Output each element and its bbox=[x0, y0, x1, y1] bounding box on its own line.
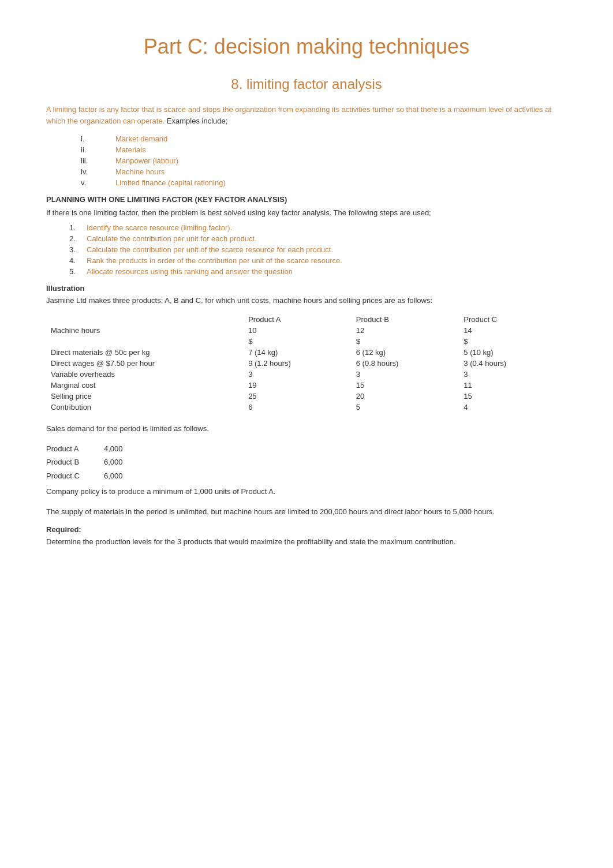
step-item: 4.Rank the products in order of the cont… bbox=[69, 256, 567, 265]
step-item: 3.Calculate the contribution per unit of… bbox=[69, 245, 567, 254]
table-cell: 3 (0.4 hours) bbox=[459, 358, 567, 369]
required-text: Determine the production levels for the … bbox=[46, 536, 567, 548]
table-cell: 5 bbox=[352, 402, 459, 413]
table-cell: 4 bbox=[459, 402, 567, 413]
example-item: ii.Materials bbox=[81, 145, 567, 154]
example-item: iv.Machine hours bbox=[81, 167, 567, 176]
table-row: Direct materials @ 50c per kg7 (14 kg)6 … bbox=[46, 347, 567, 358]
example-label: Market demand bbox=[115, 134, 167, 143]
table-row: Machine hours101214 bbox=[46, 325, 567, 336]
supply-text: The supply of materials in the period is… bbox=[46, 506, 567, 518]
illustration-label: Illustration bbox=[46, 284, 567, 293]
table-cell: Machine hours bbox=[46, 325, 244, 336]
example-num: iv. bbox=[81, 167, 115, 176]
table-cell: 15 bbox=[352, 380, 459, 391]
table-row: Variable overheads333 bbox=[46, 369, 567, 380]
table-row: Marginal cost191511 bbox=[46, 380, 567, 391]
table-cell: $ bbox=[244, 336, 352, 347]
sales-demand-value: 6,000 bbox=[104, 455, 150, 469]
example-num: ii. bbox=[81, 145, 115, 154]
example-item: iii.Manpower (labour) bbox=[81, 156, 567, 165]
step-num: 5. bbox=[69, 267, 87, 276]
sales-demand-section: Product A4,000Product B6,000Product C6,0… bbox=[46, 442, 567, 499]
table-cell: Variable overheads bbox=[46, 369, 244, 380]
table-row: Selling price252015 bbox=[46, 391, 567, 402]
step-item: 2.Calculate the contribution per unit fo… bbox=[69, 234, 567, 243]
sales-demand-intro: Sales demand for the period is limited a… bbox=[46, 423, 567, 435]
illustration-text: Jasmine Ltd makes three products; A, B a… bbox=[46, 295, 567, 306]
step-num: 2. bbox=[69, 234, 87, 243]
sales-demand-value: 6,000 bbox=[104, 469, 150, 482]
section-title: 8. limiting factor analysis bbox=[46, 76, 567, 92]
example-item: v.Limited finance (capital rationing) bbox=[81, 178, 567, 187]
step-label: Rank the products in order of the contri… bbox=[87, 256, 342, 265]
table-cell: 9 (1.2 hours) bbox=[244, 358, 352, 369]
table-cell: 6 (12 kg) bbox=[352, 347, 459, 358]
example-item: i.Market demand bbox=[81, 134, 567, 143]
table-cell: $ bbox=[352, 336, 459, 347]
table-cell: Contribution bbox=[46, 402, 244, 413]
example-num: i. bbox=[81, 134, 115, 143]
step-label: Calculate the contribution per unit of t… bbox=[87, 245, 333, 254]
intro-paragraph: A limiting factor is any factor that is … bbox=[46, 104, 567, 126]
table-cell: 11 bbox=[459, 380, 567, 391]
table-header-cell: Product B bbox=[352, 314, 459, 325]
sales-demand-value: 4,000 bbox=[104, 442, 150, 455]
step-label: Identify the scarce resource (limiting f… bbox=[87, 223, 232, 232]
steps-list: 1.Identify the scarce resource (limiting… bbox=[69, 223, 567, 276]
step-num: 4. bbox=[69, 256, 87, 265]
product-table: Product AProduct BProduct CMachine hours… bbox=[46, 314, 567, 413]
example-label: Materials bbox=[115, 145, 146, 154]
table-cell: 3 bbox=[244, 369, 352, 380]
step-num: 1. bbox=[69, 223, 87, 232]
step-item: 1.Identify the scarce resource (limiting… bbox=[69, 223, 567, 232]
table-header-cell: Product A bbox=[244, 314, 352, 325]
example-label: Limited finance (capital rationing) bbox=[115, 178, 226, 187]
required-label: Required: bbox=[46, 525, 567, 534]
table-cell: 5 (10 kg) bbox=[459, 347, 567, 358]
table-cell: 15 bbox=[459, 391, 567, 402]
examples-list: i.Market demandii.Materialsiii.Manpower … bbox=[81, 134, 567, 187]
example-label: Manpower (labour) bbox=[115, 156, 178, 165]
sales-demand-product: Product A bbox=[46, 442, 104, 455]
table-cell: Direct wages @ $7.50 per hour bbox=[46, 358, 244, 369]
example-label: Machine hours bbox=[115, 167, 165, 176]
table-row: Contribution654 bbox=[46, 402, 567, 413]
step-label: Allocate resources using this ranking an… bbox=[87, 267, 293, 276]
example-num: iii. bbox=[81, 156, 115, 165]
table-cell: 25 bbox=[244, 391, 352, 402]
table-cell: 14 bbox=[459, 325, 567, 336]
intro-text-black: Examples include; bbox=[165, 117, 227, 125]
table-cell: 3 bbox=[459, 369, 567, 380]
planning-heading: PLANNING WITH ONE LIMITING FACTOR (KEY F… bbox=[46, 195, 567, 204]
page-title: Part C: decision making techniques bbox=[46, 35, 567, 59]
table-header-row: Product AProduct BProduct C bbox=[46, 314, 567, 325]
table-cell: 12 bbox=[352, 325, 459, 336]
table-cell: 7 (14 kg) bbox=[244, 347, 352, 358]
table-header-cell bbox=[46, 314, 244, 325]
step-num: 3. bbox=[69, 245, 87, 254]
example-num: v. bbox=[81, 178, 115, 187]
table-cell: 10 bbox=[244, 325, 352, 336]
table-row: Direct wages @ $7.50 per hour9 (1.2 hour… bbox=[46, 358, 567, 369]
table-cell: Selling price bbox=[46, 391, 244, 402]
sales-demand-product: Product B bbox=[46, 455, 104, 469]
intro-text-colored: A limiting factor is any factor that is … bbox=[46, 105, 551, 125]
table-cell: Marginal cost bbox=[46, 380, 244, 391]
table-cell: 20 bbox=[352, 391, 459, 402]
table-row: $$$ bbox=[46, 336, 567, 347]
table-cell bbox=[46, 336, 244, 347]
sales-demand-product: Product C bbox=[46, 469, 104, 482]
planning-intro: If there is one limiting factor, then th… bbox=[46, 207, 567, 219]
table-cell: $ bbox=[459, 336, 567, 347]
company-policy: Company policy is to produce a minimum o… bbox=[46, 485, 567, 498]
table-header-cell: Product C bbox=[459, 314, 567, 325]
step-item: 5.Allocate resources using this ranking … bbox=[69, 267, 567, 276]
table-cell: 6 (0.8 hours) bbox=[352, 358, 459, 369]
table-cell: Direct materials @ 50c per kg bbox=[46, 347, 244, 358]
step-label: Calculate the contribution per unit for … bbox=[87, 234, 257, 243]
table-cell: 3 bbox=[352, 369, 459, 380]
table-cell: 19 bbox=[244, 380, 352, 391]
table-cell: 6 bbox=[244, 402, 352, 413]
